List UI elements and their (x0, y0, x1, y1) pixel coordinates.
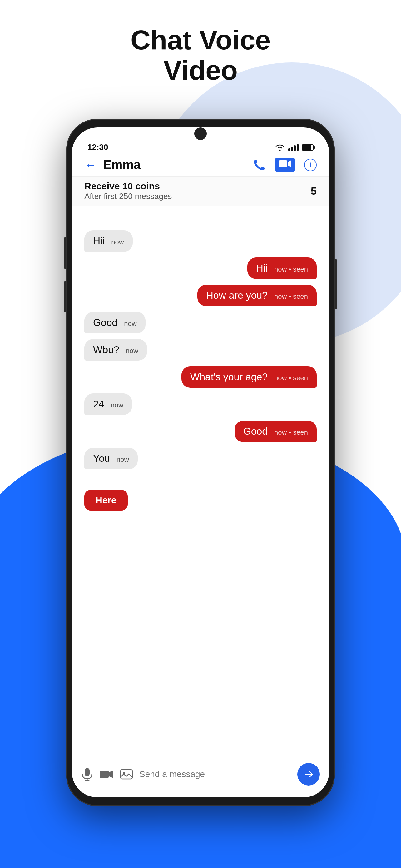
message-time-2: now • seen (274, 265, 308, 273)
side-button-vol-up (64, 238, 66, 269)
message-bubble-received-4: Good now (84, 312, 145, 333)
message-bubble-sent-8: Good now • seen (235, 421, 317, 442)
message-row-2: Hii now • seen (84, 257, 317, 279)
title-line1: Chat Voice (0, 25, 401, 55)
svg-point-0 (279, 149, 281, 151)
status-time: 12:30 (88, 143, 108, 152)
input-bar (72, 757, 329, 791)
message-time-4: now (124, 320, 136, 328)
title-line2: Video (0, 55, 401, 86)
message-text-7: 24 (93, 398, 104, 410)
message-row-6: What's your age? now • seen (84, 366, 317, 388)
message-row-9: You now (84, 448, 317, 469)
message-row-8: Good now • seen (84, 421, 317, 442)
spacer-top (84, 215, 317, 225)
message-row-4: Good now (84, 312, 317, 333)
message-row-1: Hii now (84, 230, 317, 252)
coins-info: Receive 10 coins After first 250 message… (84, 181, 172, 201)
video-call-button[interactable] (275, 158, 295, 172)
svg-rect-5 (100, 771, 109, 778)
message-bubble-received-1: Hii now (84, 230, 133, 252)
message-time-9: now (116, 456, 129, 463)
message-bubble-received-7: 24 now (84, 393, 132, 415)
coins-title: Receive 10 coins (84, 181, 172, 191)
side-button-power (335, 259, 337, 309)
message-input[interactable] (139, 769, 291, 779)
status-icons (274, 144, 313, 151)
message-text-6: What's your age? (190, 371, 268, 382)
page-title: Chat Voice Video (0, 25, 401, 86)
message-text-8: Good (243, 426, 268, 437)
mic-button[interactable] (81, 767, 93, 781)
send-button[interactable] (297, 763, 320, 785)
phone-shell: 12:30 (66, 119, 335, 806)
video-input-button[interactable] (99, 769, 114, 780)
spacer-mid (84, 475, 317, 481)
here-button[interactable]: Here (84, 490, 128, 510)
message-text-3: How are you? (206, 290, 268, 301)
camera-notch (194, 127, 207, 140)
info-icon-label: i (309, 161, 312, 169)
back-button[interactable]: ← (84, 158, 97, 172)
info-button[interactable]: i (304, 159, 317, 171)
message-bubble-received-9: You now (84, 448, 138, 469)
side-button-vol-down (64, 281, 66, 312)
message-bubble-sent-3: How are you? now • seen (197, 285, 317, 306)
battery-icon (302, 144, 313, 151)
header-actions: i (252, 158, 317, 172)
message-time-7: now (110, 401, 123, 409)
svg-rect-6 (121, 770, 132, 779)
call-button[interactable] (252, 158, 265, 172)
message-row-7: 24 now (84, 393, 317, 415)
contact-name: Emma (103, 158, 252, 172)
message-text-2: Hii (256, 262, 268, 274)
battery-fill (302, 145, 311, 150)
svg-rect-1 (278, 160, 287, 167)
wifi-icon (274, 144, 285, 151)
message-bubble-sent-6: What's your age? now • seen (181, 366, 317, 388)
message-time-5: now (126, 347, 138, 354)
message-row-3: How are you? now • seen (84, 285, 317, 306)
message-bubble-received-5: Wbu? now (84, 339, 147, 361)
message-time-8: now • seen (274, 428, 308, 436)
message-time-6: now • seen (274, 374, 308, 382)
message-time-1: now (111, 238, 124, 246)
message-text-9: You (93, 453, 110, 464)
svg-rect-2 (85, 768, 90, 776)
message-time-3: now • seen (274, 292, 308, 300)
message-text-1: Hii (93, 235, 105, 247)
image-button[interactable] (120, 768, 133, 781)
message-text-5: Wbu? (93, 344, 119, 355)
coins-count: 5 (311, 185, 317, 197)
coins-banner: Receive 10 coins After first 250 message… (72, 177, 329, 206)
phone-screen: 12:30 (72, 127, 329, 797)
chat-header: ← Emma i (72, 155, 329, 177)
message-bubble-sent-2: Hii now • seen (247, 257, 317, 279)
phone-mockup: 12:30 (66, 119, 335, 806)
message-text-4: Good (93, 317, 118, 328)
message-row-5: Wbu? now (84, 339, 317, 361)
signal-icon (288, 144, 299, 151)
messages-area: Hii now Hii now • seen How are you? now (72, 206, 329, 757)
coins-subtitle: After first 250 messages (84, 191, 172, 201)
